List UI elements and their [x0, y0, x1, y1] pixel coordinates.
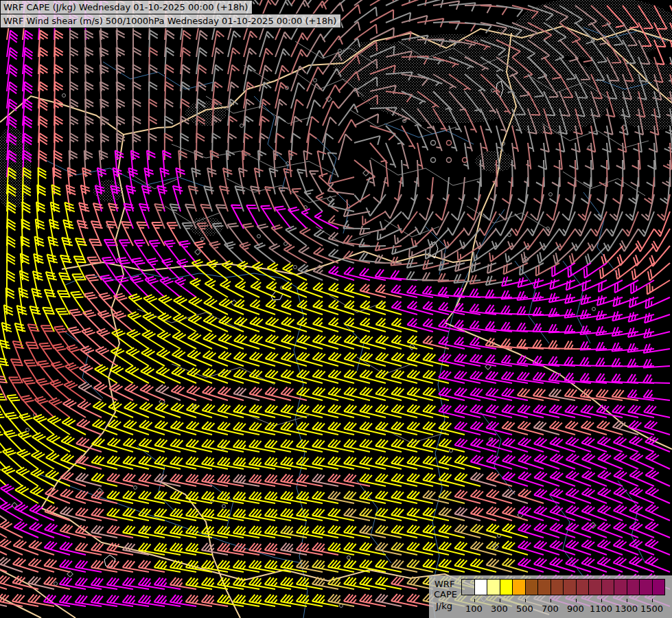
legend-tick — [551, 599, 551, 602]
legend-color-swatch — [588, 579, 602, 595]
legend-color-swatch — [461, 579, 475, 595]
header-line2: WRF Wind shear (m/s) 500/1000hPa Wednesd… — [0, 14, 341, 28]
legend-color-swatch — [614, 579, 627, 595]
map-canvas — [0, 0, 672, 618]
legend-color-swatch — [525, 579, 539, 595]
header-line1: WRF CAPE (J/kg) Wednesday 01-10-2025 00:… — [0, 0, 253, 14]
legend-color-swatch — [652, 579, 666, 595]
legend-color-swatch — [563, 579, 577, 595]
legend-tick — [652, 599, 653, 602]
legend-model-label: WRF — [435, 580, 454, 588]
legend-color-swatch — [576, 579, 590, 595]
legend-panel: WRF CAPE J/kg 10030050070090011001300150… — [429, 575, 672, 618]
legend-color-swatch — [601, 579, 615, 595]
legend-tick — [500, 599, 500, 602]
legend-tick — [525, 599, 526, 602]
legend-tick-label: 100 — [461, 604, 488, 614]
legend-unit-label: J/kg — [436, 602, 452, 610]
legend-tick — [627, 599, 627, 602]
legend-tick-label: 500 — [511, 604, 539, 614]
legend-color-swatch — [627, 579, 640, 595]
legend-color-swatch — [474, 579, 488, 595]
legend-color-swatch — [639, 579, 653, 595]
legend-tick — [576, 599, 577, 602]
legend-color-swatch — [551, 579, 564, 595]
header: WRF CAPE (J/kg) Wednesday 01-10-2025 00:… — [0, 0, 341, 28]
legend-color-swatch — [512, 579, 526, 595]
legend-tick-label: 1100 — [588, 604, 615, 614]
legend-tick-label: 1300 — [613, 604, 640, 614]
legend-tick-label: 300 — [486, 604, 513, 614]
legend-tick — [474, 599, 475, 602]
legend-tick-label: 700 — [537, 604, 564, 614]
legend-color-swatch — [487, 579, 500, 595]
legend-color-swatch — [500, 579, 513, 595]
legend-param-label: CAPE — [434, 590, 457, 599]
weather-map-stage: WRF CAPE (J/kg) Wednesday 01-10-2025 00:… — [0, 0, 672, 618]
legend-tick-label: 900 — [562, 604, 590, 614]
legend-color-swatch — [537, 579, 551, 595]
legend-tick-label: 1500 — [638, 604, 666, 614]
legend-tick — [601, 599, 602, 602]
